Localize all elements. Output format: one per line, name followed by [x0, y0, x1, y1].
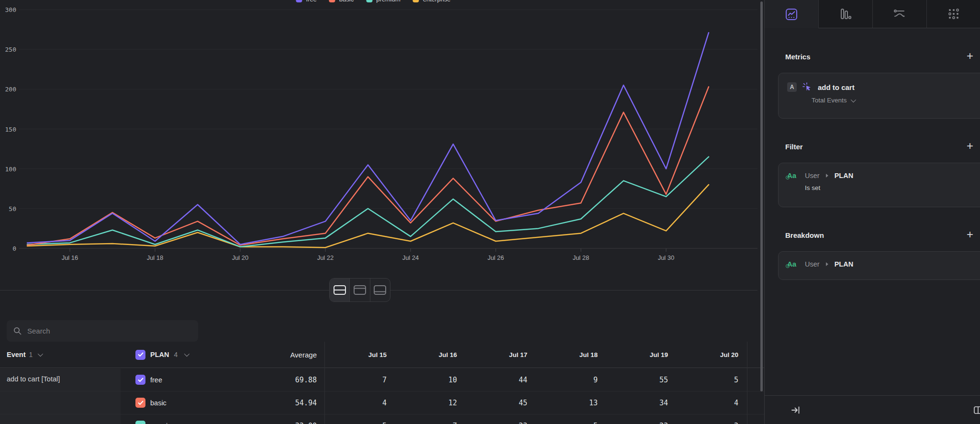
date-column-header: Jul 20	[676, 351, 746, 358]
plan-header-count: 4	[174, 351, 178, 358]
breakdown-heading: Breakdown	[785, 231, 824, 239]
x-axis-label: Jul 16	[62, 254, 78, 261]
row-value: 34	[606, 399, 676, 407]
row-average: 54.94	[244, 399, 317, 407]
breakdown-table-rows: free 69.88 710449555 basic 54.94 4124513…	[0, 368, 764, 424]
row-value: 9	[535, 376, 606, 384]
chart-only-view-icon	[354, 285, 366, 295]
legend-item-free[interactable]: free	[296, 0, 316, 3]
bar-chart-icon	[839, 7, 852, 21]
tab-flows[interactable]	[873, 0, 927, 28]
report-type-tabbar	[765, 0, 980, 28]
breakdown-property: PLAN	[835, 260, 853, 268]
row-value: 4	[324, 399, 395, 407]
breakdown-card[interactable]: Aa User PLAN	[778, 251, 980, 280]
search-placeholder: Search	[27, 327, 50, 335]
column-divider	[747, 342, 747, 424]
search-icon	[13, 327, 22, 335]
x-axis-label: Jul 22	[317, 254, 334, 261]
column-divider	[324, 342, 325, 424]
row-value: 44	[465, 376, 535, 384]
table-row-basic[interactable]: basic 54.94 4124513344	[0, 391, 764, 414]
x-axis-label: Jul 24	[402, 254, 419, 261]
metric-letter-badge: A	[787, 82, 797, 92]
breakdown-scope: User	[805, 260, 820, 268]
sidebar-footer-divider	[765, 395, 980, 396]
date-column-headers: Jul 15Jul 16Jul 17Jul 18Jul 19Jul 20	[324, 351, 746, 358]
row-value: 2	[676, 422, 746, 424]
x-axis-label: Jul 30	[658, 254, 675, 261]
add-metric-button[interactable]: +	[965, 51, 975, 62]
date-column-header: Jul 17	[465, 351, 535, 358]
event-header-label: Event	[7, 351, 26, 358]
date-column-header: Jul 16	[395, 351, 465, 358]
row-value: 5	[324, 422, 395, 424]
y-axis-label: 200	[5, 86, 16, 93]
filter-scope: User	[805, 172, 820, 179]
filter-card[interactable]: Aa User PLAN Is set	[778, 163, 980, 207]
chart-legend: freebasicpremiumenterprise	[296, 0, 450, 3]
y-axis-label: 100	[5, 166, 16, 173]
table-row-free[interactable]: free 69.88 710449555	[0, 368, 764, 391]
row-average: 69.88	[244, 376, 317, 384]
metric-card[interactable]: A add to cart Total Events	[778, 73, 980, 119]
split-view-button[interactable]	[330, 279, 349, 301]
y-axis-label: 150	[5, 126, 16, 133]
x-axis-label: Jul 18	[147, 254, 164, 261]
legend-label: premium	[376, 0, 401, 3]
split-view-icon	[334, 285, 346, 295]
row-label: free	[150, 376, 162, 384]
collapse-panel-icon[interactable]	[791, 405, 801, 415]
tab-more-apps[interactable]	[927, 0, 980, 28]
y-axis-label: 300	[5, 6, 16, 13]
table-only-view-button[interactable]	[370, 279, 390, 301]
row-value: 5	[676, 376, 746, 384]
date-column-header: Jul 15	[324, 351, 395, 358]
row-value: 23	[606, 422, 676, 424]
split-panes-icon[interactable]	[973, 405, 980, 415]
add-filter-button[interactable]: +	[965, 141, 975, 152]
row-value: 12	[395, 399, 465, 407]
metric-event-name: add to cart	[818, 83, 855, 91]
row-label: basic	[150, 399, 167, 407]
legend-swatch	[329, 0, 335, 2]
date-column-header: Jul 19	[606, 351, 676, 358]
vertical-scrollbar[interactable]	[760, 1, 763, 391]
group-column-header[interactable]: PLAN 4	[135, 350, 244, 360]
chart-only-view-button[interactable]	[349, 279, 369, 301]
legend-item-premium[interactable]: premium	[366, 0, 401, 3]
x-axis-label: Jul 28	[573, 254, 590, 261]
insights-line-chart-icon	[785, 8, 798, 21]
filter-operator[interactable]: Is set	[805, 184, 976, 191]
table-header-row: Event 1 PLAN 4 Average Jul 15Jul 16Jul 1…	[0, 342, 764, 368]
table-row-premium[interactable]: premium 33.00 57235232	[0, 414, 764, 424]
add-breakdown-button[interactable]: +	[965, 230, 975, 240]
row-value: 23	[465, 422, 535, 424]
row-value: 45	[465, 399, 535, 407]
row-value: 7	[395, 422, 465, 424]
average-column-header: Average	[244, 351, 317, 359]
text-property-icon: Aa	[787, 171, 800, 179]
row-checkbox-basic[interactable]	[135, 398, 145, 408]
row-value: 55	[606, 376, 676, 384]
y-axis-label: 0	[12, 245, 16, 252]
tab-bar-chart[interactable]	[819, 0, 873, 28]
metric-measure-dropdown[interactable]: Total Events	[812, 97, 976, 104]
search-input[interactable]: Search	[7, 320, 198, 342]
row-label: premium	[150, 422, 177, 424]
legend-item-basic[interactable]: basic	[329, 0, 354, 3]
y-axis-label: 50	[9, 205, 16, 212]
plan-header-label: PLAN	[150, 351, 169, 358]
row-checkbox-free[interactable]	[135, 375, 145, 385]
plan-select-all-checkbox[interactable]	[135, 350, 145, 360]
event-column-header[interactable]: Event 1	[0, 351, 135, 358]
event-header-count: 1	[29, 351, 33, 358]
event-click-icon	[802, 82, 813, 92]
date-column-header: Jul 18	[535, 351, 606, 358]
legend-item-enterprise[interactable]: enterprise	[413, 0, 451, 3]
row-value: 13	[535, 399, 606, 407]
tab-insights-line-chart[interactable]	[765, 0, 819, 28]
query-builder-panel: Metrics + A add to cart Total Events Fil…	[764, 0, 980, 424]
row-value: 10	[395, 376, 465, 384]
row-checkbox-premium[interactable]	[135, 421, 145, 424]
